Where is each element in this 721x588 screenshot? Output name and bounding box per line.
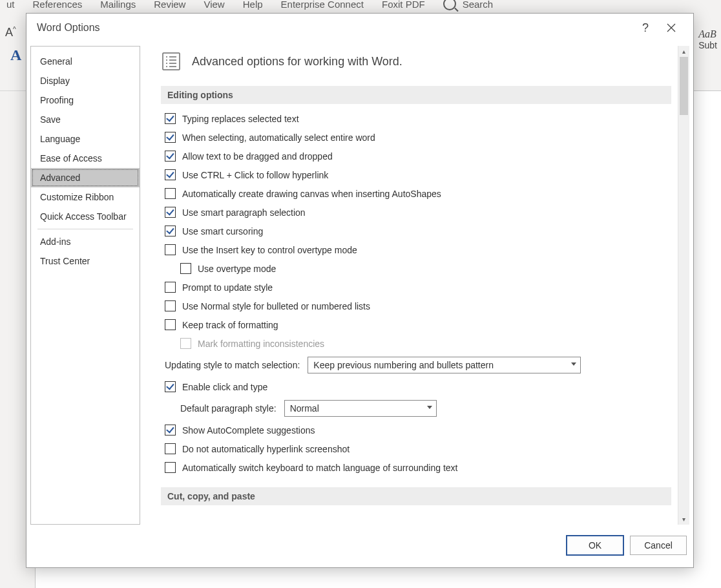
checkbox-mark-formatting-inconsistencies [180, 338, 191, 349]
cancel-button[interactable]: Cancel [630, 536, 687, 555]
label-drag-drop: Allow text to be dragged and dropped [182, 151, 333, 162]
checkbox-typing-replaces[interactable] [165, 113, 176, 124]
section-cut-copy-paste: Cut, copy, and paste [161, 487, 671, 505]
label-overtype-mode: Use overtype mode [198, 264, 276, 274]
label-smart-cursoring: Use smart cursoring [182, 226, 263, 236]
section-editing-options: Editing options [161, 86, 671, 104]
scroll-down-button[interactable]: ▾ [678, 514, 689, 525]
sidebar-item-display[interactable]: Display [31, 71, 140, 90]
select-updating-style[interactable]: Keep previous numbering and bullets patt… [308, 357, 581, 373]
label-auto-drawing-canvas: Automatically create drawing canvas when… [182, 189, 441, 199]
options-content: Advanced options for working with Word. … [149, 46, 678, 525]
sidebar-item-save[interactable]: Save [31, 110, 140, 129]
label-smart-paragraph: Use smart paragraph selection [182, 207, 306, 218]
label-select-entire-word: When selecting, automatically select ent… [182, 132, 375, 143]
checkbox-ctrl-click-hyperlink[interactable] [165, 169, 176, 180]
dialog-titlebar: Word Options ? [26, 14, 693, 42]
label-updating-style: Updating style to match selection: [165, 360, 300, 370]
label-autocomplete-suggestions: Show AutoComplete suggestions [182, 425, 315, 436]
scroll-up-button[interactable]: ▴ [678, 46, 689, 57]
advanced-options-icon [161, 51, 182, 72]
ribbon-tab[interactable]: Foxit PDF [382, 0, 425, 10]
sidebar-separator [37, 229, 133, 229]
page-heading: Advanced options for working with Word. [192, 55, 402, 68]
label-normal-style-lists: Use Normal style for bulleted or numbere… [182, 301, 370, 311]
sidebar-item-customize-ribbon[interactable]: Customize Ribbon [31, 187, 140, 207]
dialog-title: Word Options [37, 22, 100, 34]
ok-button[interactable]: OK [567, 536, 623, 555]
search-icon [443, 0, 456, 10]
ribbon-tab[interactable]: Help [243, 0, 263, 10]
select-default-paragraph-style-value: Normal [290, 403, 319, 414]
ribbon-tab[interactable]: References [33, 0, 83, 10]
sidebar-item-add-ins[interactable]: Add-ins [31, 232, 140, 251]
sidebar-item-proofing[interactable]: Proofing [31, 90, 140, 110]
svg-rect-2 [163, 53, 180, 70]
checkbox-autocomplete-suggestions[interactable] [165, 425, 176, 436]
font-color-icon[interactable]: A [10, 47, 21, 64]
help-icon: ? [642, 21, 649, 35]
dialog-footer: OK Cancel [26, 529, 693, 567]
sidebar-item-language[interactable]: Language [31, 129, 140, 149]
sidebar-item-quick-access-toolbar[interactable]: Quick Access Toolbar [31, 207, 140, 226]
checkbox-insert-key-overtype[interactable] [165, 244, 176, 255]
checkbox-smart-cursoring[interactable] [165, 226, 176, 236]
word-options-dialog: Word Options ? General Display Proofing … [26, 13, 694, 568]
category-sidebar: General Display Proofing Save Language E… [30, 46, 140, 525]
label-insert-key-overtype: Use the Insert key to control overtype m… [182, 245, 357, 255]
ribbon-tab[interactable]: Review [154, 0, 185, 10]
checkbox-overtype-mode[interactable] [180, 263, 191, 274]
checkbox-smart-paragraph[interactable] [165, 207, 176, 218]
select-updating-style-value: Keep previous numbering and bullets patt… [313, 360, 494, 370]
label-no-hyperlink-screenshot: Do not automatically hyperlink screensho… [182, 444, 350, 454]
ribbon-tab[interactable]: Mailings [100, 0, 136, 10]
sidebar-item-advanced[interactable]: Advanced [31, 168, 140, 187]
checkbox-track-formatting[interactable] [165, 319, 176, 330]
label-prompt-update-style: Prompt to update style [182, 282, 273, 293]
checkbox-no-hyperlink-screenshot[interactable] [165, 443, 176, 454]
help-button[interactable]: ? [632, 17, 658, 38]
close-button[interactable] [658, 17, 684, 38]
select-default-paragraph-style[interactable]: Normal [284, 400, 437, 417]
style-gallery-item[interactable]: AaB Subt [698, 28, 717, 50]
label-typing-replaces: Typing replaces selected text [182, 114, 299, 124]
sidebar-item-trust-center[interactable]: Trust Center [31, 251, 140, 271]
ribbon-tab[interactable]: ut [6, 0, 15, 10]
label-ctrl-click-hyperlink: Use CTRL + Click to follow hyperlink [182, 170, 328, 180]
checkbox-normal-style-lists[interactable] [165, 300, 176, 311]
sidebar-item-ease-of-access[interactable]: Ease of Access [31, 149, 140, 168]
chevron-down-icon [571, 362, 576, 366]
checkbox-auto-switch-keyboard[interactable] [165, 462, 176, 473]
grow-font-icon[interactable]: A^ [5, 26, 16, 39]
label-mark-formatting-inconsistencies: Mark formatting inconsistencies [198, 339, 324, 349]
ribbon-tab[interactable]: Enterprise Connect [281, 0, 364, 10]
ribbon-tabs: ut References Mailings Review View Help … [0, 0, 721, 14]
checkbox-prompt-update-style[interactable] [165, 282, 176, 293]
checkbox-select-entire-word[interactable] [165, 132, 176, 143]
scroll-thumb[interactable] [680, 57, 688, 115]
sidebar-item-general[interactable]: General [31, 52, 140, 71]
ribbon-tab[interactable]: View [204, 0, 224, 10]
label-track-formatting: Keep track of formatting [182, 320, 278, 330]
vertical-scrollbar[interactable]: ▴ ▾ [678, 46, 689, 525]
label-default-paragraph-style: Default paragraph style: [180, 403, 277, 414]
checkbox-drag-drop[interactable] [165, 151, 176, 162]
search-label[interactable]: Search [463, 0, 494, 10]
checkbox-auto-drawing-canvas[interactable] [165, 188, 176, 199]
label-click-and-type: Enable click and type [182, 382, 267, 392]
close-icon [667, 23, 676, 32]
label-auto-switch-keyboard: Automatically switch keyboard to match l… [182, 463, 457, 473]
checkbox-click-and-type[interactable] [165, 381, 176, 392]
chevron-down-icon [427, 406, 432, 409]
